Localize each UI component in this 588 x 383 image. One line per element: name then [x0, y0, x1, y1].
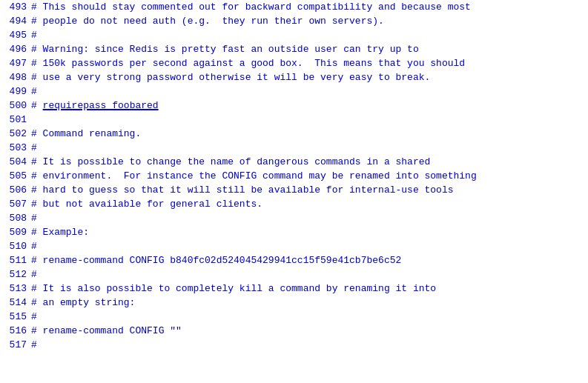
- line-content: #: [30, 28, 37, 42]
- code-line: 506# hard to guess so that it will still…: [0, 183, 588, 197]
- code-line: 508#: [0, 211, 588, 225]
- code-line: 512#: [0, 267, 588, 282]
- code-line: 496# Warning: since Redis is pretty fast…: [0, 42, 588, 56]
- line-content: # Example:: [30, 225, 89, 239]
- line-content: # use a very strong password otherwise i…: [30, 70, 430, 84]
- line-content: #: [30, 84, 37, 99]
- line-content: # an empty string:: [30, 296, 135, 310]
- code-line: 493# This should stay commented out for …: [0, 0, 588, 14]
- line-number: 509: [0, 225, 30, 239]
- line-content: #: [30, 338, 37, 352]
- code-line: 514# an empty string:: [0, 296, 588, 310]
- line-content: #: [30, 310, 37, 324]
- line-content: # Command renaming.: [30, 127, 141, 141]
- line-number: 516: [0, 324, 30, 338]
- line-number: 514: [0, 296, 30, 310]
- line-number: 500: [0, 99, 30, 113]
- code-editor: 493# This should stay commented out for …: [0, 0, 588, 383]
- code-line: 511# rename-command CONFIG b840fc02d5240…: [0, 253, 588, 267]
- line-content: # rename-command CONFIG b840fc02d5240454…: [30, 253, 401, 267]
- underlined-text: requirepass foobared: [43, 100, 159, 111]
- line-number: 511: [0, 253, 30, 267]
- line-content: # but not available for general clients.: [30, 197, 262, 211]
- code-line: 494# people do not need auth (e.g. they …: [0, 14, 588, 28]
- code-line: 509# Example:: [0, 225, 588, 239]
- line-number: 496: [0, 42, 30, 56]
- code-line: 516# rename-command CONFIG "": [0, 324, 588, 338]
- line-number: 499: [0, 84, 30, 99]
- code-line: 513# It is also possible to completely k…: [0, 282, 588, 296]
- line-content: # rename-command CONFIG "": [30, 324, 182, 338]
- line-number: 517: [0, 338, 30, 352]
- line-number: 507: [0, 197, 30, 211]
- line-number: 512: [0, 267, 30, 282]
- code-line: 499#: [0, 84, 588, 99]
- line-number: 495: [0, 28, 30, 42]
- code-line: 500# requirepass foobared: [0, 99, 588, 113]
- line-content: # environment. For instance the CONFIG c…: [30, 169, 477, 183]
- line-number: 513: [0, 282, 30, 296]
- line-content: #: [30, 239, 37, 253]
- line-number: 503: [0, 141, 30, 155]
- line-number: 510: [0, 239, 30, 253]
- code-line: 497# 150k passwords per second against a…: [0, 56, 588, 70]
- line-content: # It is possible to change the name of d…: [30, 155, 430, 169]
- line-number: 508: [0, 211, 30, 225]
- code-line: 507# but not available for general clien…: [0, 197, 588, 211]
- code-line: 517#: [0, 338, 588, 352]
- line-content: # people do not need auth (e.g. they run…: [30, 14, 384, 28]
- code-line: 495#: [0, 28, 588, 42]
- code-line: 504# It is possible to change the name o…: [0, 155, 588, 169]
- line-number: 498: [0, 70, 30, 84]
- line-number: 494: [0, 14, 30, 28]
- line-content: # hard to guess so that it will still be…: [30, 183, 454, 197]
- line-content: #: [30, 141, 37, 155]
- line-content: #: [30, 211, 37, 225]
- line-number: 493: [0, 0, 30, 14]
- code-line: 505# environment. For instance the CONFI…: [0, 169, 588, 183]
- code-line: 502# Command renaming.: [0, 127, 588, 141]
- line-content: # 150k passwords per second against a go…: [30, 56, 465, 70]
- code-line: 510#: [0, 239, 588, 253]
- line-number: 502: [0, 127, 30, 141]
- line-number: 504: [0, 155, 30, 169]
- code-line: 503#: [0, 141, 588, 155]
- line-content: # This should stay commented out for bac…: [30, 0, 471, 14]
- line-number: 497: [0, 56, 30, 70]
- line-content: # It is also possible to completely kill…: [30, 282, 436, 296]
- code-line: 501: [0, 113, 588, 127]
- line-content: #: [30, 267, 37, 282]
- code-line: 515#: [0, 310, 588, 324]
- line-content: # requirepass foobared: [30, 99, 159, 113]
- line-number: 505: [0, 169, 30, 183]
- line-content: # Warning: since Redis is pretty fast an…: [30, 42, 419, 56]
- line-number: 515: [0, 310, 30, 324]
- line-number: 501: [0, 113, 30, 127]
- line-number: 506: [0, 183, 30, 197]
- code-line: 498# use a very strong password otherwis…: [0, 70, 588, 84]
